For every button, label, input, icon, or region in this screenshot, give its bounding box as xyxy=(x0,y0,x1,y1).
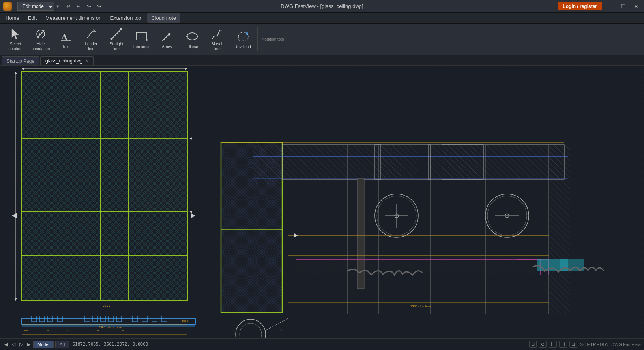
polar-toggle[interactable]: ⊣ xyxy=(559,341,567,348)
tab-startup[interactable]: Startup Page xyxy=(2,56,39,65)
undo-button[interactable]: ↩ xyxy=(64,2,73,10)
tool-text[interactable]: A Text xyxy=(54,25,78,53)
tool-label-revcloud: Revcloud xyxy=(234,45,251,49)
svg-text:130: 130 xyxy=(45,329,50,332)
svg-point-12 xyxy=(120,28,122,30)
restore-button[interactable]: ❐ xyxy=(618,2,628,10)
app-icon xyxy=(3,2,12,11)
grid-toggle[interactable]: ⊞ xyxy=(529,341,537,348)
tab-a3[interactable]: A3 xyxy=(55,341,69,348)
svg-text:T: T xyxy=(280,328,283,332)
tool-straight-line[interactable]: Straightline xyxy=(104,25,129,53)
svg-rect-42 xyxy=(129,139,187,211)
menu-bar: Home Edit Measurement dimension Extensio… xyxy=(0,13,644,24)
leader-line-icon: A xyxy=(84,27,98,41)
revcloud-icon xyxy=(236,29,250,43)
tool-ellipse[interactable]: Ellipse xyxy=(180,25,204,53)
nav-next2-button[interactable]: ▶ xyxy=(26,341,32,348)
svg-point-14 xyxy=(136,32,137,34)
svg-point-20 xyxy=(197,36,198,37)
tool-label-leader: Leaderline xyxy=(85,42,97,51)
svg-text:2300 structure: 2300 structure xyxy=(410,305,431,308)
svg-text:130: 130 xyxy=(65,329,69,332)
menu-cloud[interactable]: Cloud note xyxy=(147,13,180,23)
tab-startup-label: Startup Page xyxy=(7,58,34,64)
snap-toggle[interactable]: ⊕ xyxy=(539,341,547,348)
tool-hide-annotation[interactable]: A Hideannotation xyxy=(28,25,53,53)
svg-text:3335: 3335 xyxy=(103,304,110,307)
svg-rect-13 xyxy=(137,33,147,40)
svg-rect-41 xyxy=(129,72,187,139)
tab-close-icon[interactable]: ✕ xyxy=(85,58,88,64)
minimize-button[interactable]: — xyxy=(605,2,615,10)
svg-point-11 xyxy=(111,38,113,40)
tab-a3-label: A3 xyxy=(60,342,65,347)
svg-rect-84 xyxy=(296,259,541,275)
svg-point-19 xyxy=(186,36,188,37)
title-bar: Edit mode ▼ ↩ ↩ ↪ ↪ DWG FastView - [glas… xyxy=(0,0,644,13)
svg-rect-66 xyxy=(550,145,570,314)
fastview-brand: DWG FastView xyxy=(611,342,641,347)
window-title: DWG FastView - [glass_ceiling.dwg] xyxy=(281,3,363,9)
tool-sketch-line[interactable]: Sketchline xyxy=(205,25,230,53)
status-tools: ⊞ ⊕ ⊢ ⊣ ⊡ xyxy=(529,341,577,348)
toolbar: Selectnotation A Hideannotation A Text xyxy=(0,24,644,55)
select-notation-icon xyxy=(8,27,22,41)
svg-line-6 xyxy=(87,31,92,38)
svg-text:A: A xyxy=(93,28,95,32)
mode-selector[interactable]: Edit mode ▼ xyxy=(17,2,60,11)
redo-button[interactable]: ↪ xyxy=(84,2,94,10)
tool-label-rect: Rectangle xyxy=(133,45,150,49)
tab-model[interactable]: Model xyxy=(33,341,54,348)
tab-glass-ceiling-label: glass_ceiling.dwg xyxy=(45,58,82,64)
tool-label-straight: Straightline xyxy=(110,42,123,51)
tool-rectangle[interactable]: Rectangle xyxy=(129,25,154,53)
tool-leader-line[interactable]: A Leaderline xyxy=(79,25,103,53)
svg-line-10 xyxy=(112,29,121,39)
ellipse-icon xyxy=(185,29,199,43)
svg-text:130: 130 xyxy=(95,329,99,332)
tab-bar: Startup Page glass_ceiling.dwg ✕ xyxy=(0,55,644,66)
menu-extension[interactable]: Extension tool xyxy=(106,13,146,23)
close-button[interactable]: ✕ xyxy=(631,2,641,10)
tool-label-select: Selectnotation xyxy=(8,42,22,51)
straight-line-icon xyxy=(109,27,124,41)
svg-point-15 xyxy=(146,39,148,41)
text-icon: A xyxy=(59,29,73,43)
bottom-tabs: ◀ ◁ ▷ ▶ Model A3 xyxy=(3,341,69,348)
tool-arrow[interactable]: Arrow xyxy=(155,25,179,53)
mode-dropdown[interactable]: Edit mode xyxy=(17,2,54,11)
nav-prev2-button[interactable]: ◁ xyxy=(11,341,17,348)
cad-drawing: 3335 2300 structure 3335 2300 structure xyxy=(0,66,644,338)
svg-text:130: 130 xyxy=(120,329,125,332)
svg-rect-57 xyxy=(375,145,418,178)
status-bar: ◀ ◁ ▷ ▶ Model A3 61872.7065, 3501.2972, … xyxy=(0,338,644,350)
ortho-toggle[interactable]: ⊢ xyxy=(549,341,557,348)
undo2-button[interactable]: ↩ xyxy=(74,2,83,10)
svg-point-21 xyxy=(212,38,213,39)
svg-text:3335: 3335 xyxy=(182,320,188,323)
nav-prev-button[interactable]: ◀ xyxy=(3,341,9,348)
tool-select-notation[interactable]: Selectnotation xyxy=(3,25,28,53)
menu-measurement[interactable]: Measurement dimension xyxy=(41,13,105,23)
login-button[interactable]: Login / register xyxy=(558,2,602,10)
canvas-area[interactable]: 3335 2300 structure 3335 2300 structure xyxy=(0,66,644,338)
svg-text:A: A xyxy=(39,32,41,36)
tool-label-hide: Hideannotation xyxy=(32,42,50,51)
menu-home[interactable]: Home xyxy=(2,13,23,23)
redo2-button[interactable]: ↪ xyxy=(95,2,104,10)
svg-text:250: 250 xyxy=(24,329,28,332)
tool-revcloud[interactable]: Revcloud xyxy=(230,25,255,53)
svg-marker-0 xyxy=(12,29,19,39)
tool-label-arrow: Arrow xyxy=(162,45,172,49)
sketch-line-icon xyxy=(210,27,225,41)
nav-next-button[interactable]: ▷ xyxy=(18,341,24,348)
menu-edit[interactable]: Edit xyxy=(24,13,41,23)
svg-point-22 xyxy=(246,32,248,35)
tab-glass-ceiling[interactable]: glass_ceiling.dwg ✕ xyxy=(40,56,94,65)
tool-label-sketch: Sketchline xyxy=(212,42,224,51)
arrow-icon xyxy=(160,29,174,43)
tool-label-text: Text xyxy=(62,45,69,49)
toolbar-separator xyxy=(257,27,258,51)
osnap-toggle[interactable]: ⊡ xyxy=(569,341,577,348)
